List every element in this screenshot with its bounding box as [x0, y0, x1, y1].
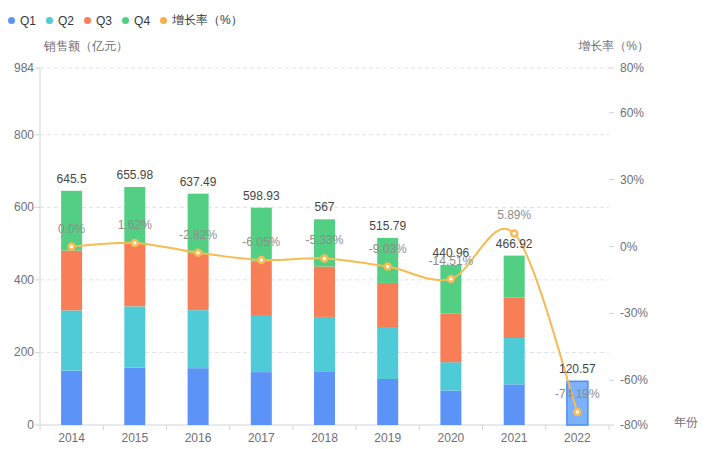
bar-segment-q3-2016[interactable]	[188, 254, 209, 310]
bar-segment-q1-2019[interactable]	[377, 379, 398, 425]
bar-segment-q2-2019[interactable]	[377, 328, 398, 379]
bar-segment-q3-2018[interactable]	[314, 267, 335, 317]
bar-segment-q4-2017[interactable]	[251, 208, 272, 262]
bar-segment-q2-2015[interactable]	[124, 306, 145, 367]
chart-container: Q1Q2Q3Q4增长率（%） 销售额（亿元） 增长率（%） 年份 0200400…	[0, 0, 711, 449]
bar-segment-q4-2019[interactable]	[377, 238, 398, 283]
bar-segment-q1-2015[interactable]	[124, 368, 145, 425]
bar-segment-q4-2020[interactable]	[440, 265, 461, 313]
bar-segment-q1-2018[interactable]	[314, 371, 335, 425]
line-point-2020[interactable]	[448, 276, 454, 282]
line-point-2022[interactable]	[574, 409, 580, 415]
line-point-2016[interactable]	[195, 250, 201, 256]
bar-segment-q2-2020[interactable]	[440, 362, 461, 390]
bar-segment-q3-2020[interactable]	[440, 313, 461, 362]
line-point-2021[interactable]	[511, 230, 517, 236]
bar-segment-q3-2014[interactable]	[61, 251, 82, 311]
bar-segment-q3-2021[interactable]	[504, 298, 525, 338]
bar-segment-q3-2019[interactable]	[377, 283, 398, 328]
line-point-2017[interactable]	[258, 257, 264, 263]
bar-segment-q2-2017[interactable]	[251, 316, 272, 372]
line-point-2019[interactable]	[385, 264, 391, 270]
bar-segment-q4-2014[interactable]	[61, 191, 82, 251]
bar-segment-q1-2020[interactable]	[440, 391, 461, 426]
bar-segment-q1-2021[interactable]	[504, 384, 525, 425]
bar-segment-q3-2015[interactable]	[124, 243, 145, 306]
bar-segment-q1-2017[interactable]	[251, 372, 272, 425]
bar-segment-q4-2015[interactable]	[124, 187, 145, 243]
bar-segment-q4-2021[interactable]	[504, 256, 525, 298]
line-point-2018[interactable]	[322, 255, 328, 261]
bar-segment-q1-2014[interactable]	[61, 371, 82, 425]
bar-segment-q2-2014[interactable]	[61, 310, 82, 370]
line-point-2014[interactable]	[69, 244, 75, 250]
plot-area	[0, 0, 711, 449]
bar-segment-q2-2018[interactable]	[314, 317, 335, 371]
bar-segment-q2-2021[interactable]	[504, 338, 525, 384]
bar-segment-q4-2016[interactable]	[188, 194, 209, 254]
bar-segment-q3-2017[interactable]	[251, 262, 272, 316]
line-point-2015[interactable]	[132, 240, 138, 246]
bar-segment-q1-2016[interactable]	[188, 368, 209, 425]
bar-segment-q2-2016[interactable]	[188, 310, 209, 368]
